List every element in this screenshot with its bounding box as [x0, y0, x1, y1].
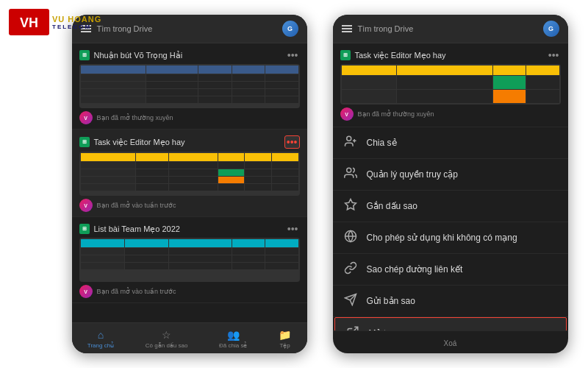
menu-item-manage[interactable]: Quản lý quyền truy cập [333, 159, 568, 191]
left-bottom-nav: ⌂ Trang chủ ☆ Có gắn dấu sao 👥 Đã chia s… [72, 322, 307, 353]
right-phone-header: Tìm trong Drive G [333, 15, 568, 43]
files-icon: 📁 [279, 329, 291, 341]
watermark-logo: VH VU HOANG TELECOM [9, 9, 101, 35]
menu-item-open[interactable]: Mở trong [334, 317, 567, 330]
svg-text:VH: VH [20, 15, 38, 30]
left-phone-header: Tìm trong Drive G [72, 15, 307, 43]
file-1-meta: Bạn đã mở thường xuyên [97, 114, 173, 121]
svg-marker-6 [345, 199, 356, 210]
ctx-user-avatar: V [340, 107, 354, 121]
ctx-file-footer: V Bạn đã mở thường xuyên [340, 107, 561, 121]
file-3-footer: V Bạn đã mở vào tuần trước [79, 285, 300, 298]
menu-offline-label: Cho phép sử dụng khi không có mạng [367, 233, 517, 243]
sheets-icon-2: ⊞ [79, 137, 90, 147]
ctx-bottom-text: Xoá [444, 339, 457, 347]
right-hamburger-icon[interactable] [342, 25, 352, 32]
menu-manage-label: Quản lý quyền truy cập [367, 169, 458, 180]
menu-link-label: Sao chép đường liên kết [367, 264, 463, 275]
send-icon [343, 293, 358, 309]
offline-icon [343, 230, 358, 246]
menu-star-label: Gắn dấu sao [367, 201, 417, 211]
menu-item-star[interactable]: Gắn dấu sao [333, 191, 568, 222]
ctx-dots[interactable]: ••• [547, 49, 561, 61]
brand-sub: TELECOM [52, 24, 101, 30]
open-icon [345, 325, 360, 330]
ctx-file-meta: Bạn đã mở thường xuyên [358, 110, 434, 118]
file-item-2[interactable]: ⊞ Task việc Editor Mẹo hay ••• [72, 130, 307, 217]
nav-starred-label: Có gắn dấu sao [146, 342, 188, 349]
user-avatar-1: V [79, 111, 93, 124]
menu-item-link[interactable]: Sao chép đường liên kết [333, 254, 568, 286]
right-search-text[interactable]: Tìm trong Drive [358, 24, 537, 33]
svg-point-5 [346, 168, 351, 172]
shared-icon: 👥 [227, 329, 240, 341]
file-1-dots[interactable]: ••• [286, 49, 300, 61]
vw-logo-svg: VH [9, 9, 49, 35]
file-3-dots[interactable]: ••• [286, 223, 300, 235]
left-avatar[interactable]: G [282, 21, 298, 37]
ctx-bottom: Xoá [333, 330, 568, 353]
home-icon: ⌂ [98, 329, 104, 341]
right-phone-panel: Tìm trong Drive G ⊞ Task việc Editor Mẹo… [333, 15, 568, 353]
manage-icon [343, 166, 358, 183]
brand-text: VU HOANG TELECOM [52, 15, 101, 30]
nav-home-label: Trang chủ [87, 342, 114, 349]
ctx-file-name: Task việc Editor Mẹo hay [355, 51, 446, 60]
svg-point-2 [346, 136, 351, 141]
file-2-meta: Bạn đã mở vào tuần trước [97, 202, 176, 209]
file-name-1: Nhuận bút Võ Trọng Hải [94, 51, 183, 60]
menu-item-share[interactable]: Chia sẻ [333, 127, 568, 159]
file-1-preview [79, 64, 300, 108]
menu-send-label: Gửi bản sao [367, 296, 415, 306]
menu-item-send[interactable]: Gửi bản sao [333, 286, 568, 317]
left-search-text[interactable]: Tìm trong Drive [97, 24, 276, 33]
menu-item-offline[interactable]: Cho phép sử dụng khi không có mạng [333, 222, 568, 254]
share-icon [343, 135, 358, 151]
nav-shared-label: Đã chia sẻ [219, 342, 247, 349]
file-2-preview [79, 152, 300, 196]
file-name-2: Task việc Editor Mẹo hay [94, 138, 185, 147]
right-avatar[interactable]: G [543, 21, 559, 37]
nav-starred[interactable]: ☆ Có gắn dấu sao [141, 328, 193, 350]
star-nav-icon: ☆ [162, 329, 171, 341]
nav-home[interactable]: ⌂ Trang chủ [83, 328, 118, 350]
user-avatar-2: V [79, 199, 93, 212]
star-icon [343, 198, 358, 214]
user-avatar-3: V [79, 285, 93, 298]
nav-files[interactable]: 📁 Tệp [274, 328, 295, 350]
sheets-icon-1: ⊞ [79, 50, 90, 60]
nav-shared[interactable]: 👥 Đã chia sẻ [215, 328, 251, 350]
left-phone-panel: Tìm trong Drive G ⊞ Nhuận bút Võ Trọng H… [72, 15, 307, 353]
ctx-file-preview [340, 64, 561, 105]
file-2-dots[interactable]: ••• [284, 135, 300, 149]
file-3-meta: Bạn đã mở vào tuần trước [97, 288, 176, 295]
link-icon [343, 261, 358, 277]
menu-share-label: Chia sẻ [367, 138, 397, 148]
file-name-3: List bài Team Mẹo 2022 [94, 224, 180, 234]
nav-files-label: Tệp [279, 342, 290, 349]
file-2-footer: V Bạn đã mở vào tuần trước [79, 199, 300, 212]
ctx-sheets-icon: ⊞ [340, 50, 351, 60]
context-menu-list: Chia sẻ Quản lý quyền truy cập [333, 127, 568, 330]
file-3-preview [79, 238, 300, 282]
file-item-3[interactable]: ⊞ List bài Team Mẹo 2022 ••• [72, 217, 307, 303]
sheets-icon-3: ⊞ [79, 224, 90, 234]
ctx-file-section: ⊞ Task việc Editor Mẹo hay ••• [333, 43, 568, 127]
left-content: ⊞ Nhuận bút Võ Trọng Hải ••• [72, 43, 307, 322]
brand-name: VU HOANG [52, 15, 101, 24]
file-1-footer: V Bạn đã mở thường xuyên [79, 111, 300, 124]
file-item-1[interactable]: ⊞ Nhuận bút Võ Trọng Hải ••• [72, 43, 307, 130]
